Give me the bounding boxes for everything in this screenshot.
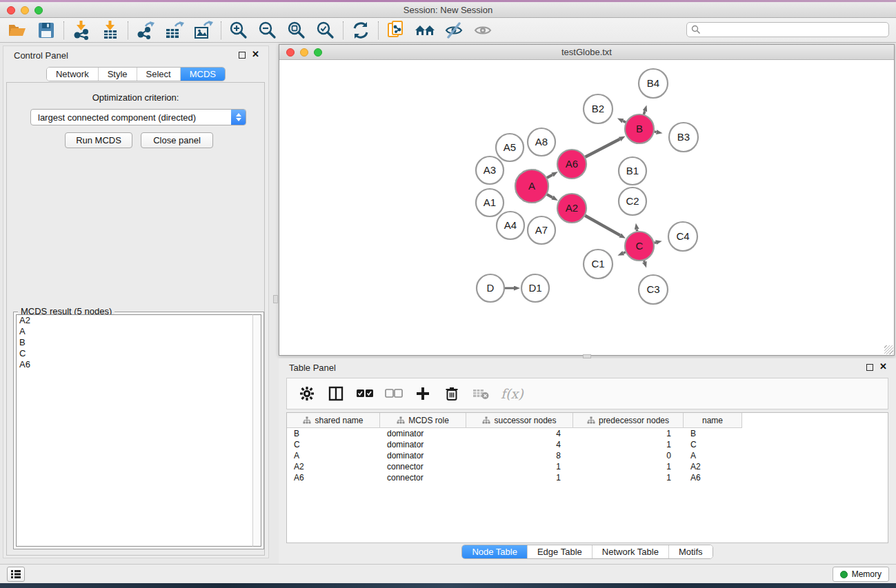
select-all-rows-icon[interactable] — [356, 385, 374, 403]
main-toolbar — [0, 18, 896, 43]
table-row[interactable]: Bdominator41B — [287, 428, 888, 439]
application-window: Session: New Session — [0, 0, 896, 588]
edge-B-B2[interactable] — [623, 121, 626, 122]
result-item[interactable]: A — [17, 326, 261, 337]
open-session-icon[interactable] — [6, 20, 29, 41]
task-history-button[interactable] — [7, 567, 25, 582]
network-window-titlebar[interactable]: testGlobe.txt — [279, 45, 894, 60]
edge-C-C1[interactable] — [624, 252, 626, 253]
result-item[interactable]: A6 — [17, 359, 261, 370]
criterion-select[interactable]: largest connected component (directed) — [30, 109, 246, 125]
close-table-panel-icon[interactable]: ✕ — [879, 363, 887, 370]
tab-mcds[interactable]: MCDS — [181, 68, 225, 81]
edge-C-C3[interactable] — [644, 261, 645, 262]
cell-predecessor-nodes: 1 — [573, 461, 684, 472]
table-row[interactable]: A6connector11A6 — [287, 472, 888, 483]
node-label-A1: A1 — [484, 196, 496, 208]
result-item[interactable]: B — [17, 337, 261, 348]
table-row[interactable]: Adominator80A — [287, 450, 888, 461]
zoom-out-icon[interactable] — [256, 20, 279, 41]
network-graph[interactable]: B4B2BB3A5A8A6A3AB1A1A2C2A4A7C4CC1DD1C3 — [279, 61, 894, 355]
search-input[interactable] — [701, 25, 888, 34]
edge-C-C4[interactable] — [654, 243, 655, 243]
tab-select[interactable]: Select — [137, 68, 181, 81]
save-session-icon[interactable] — [34, 20, 58, 41]
import-table-icon[interactable] — [99, 20, 122, 41]
control-panel-tabs: NetworkStyleSelectMCDS — [46, 67, 226, 81]
result-scrollbar[interactable] — [252, 314, 261, 547]
node-label-A6: A6 — [566, 158, 578, 170]
column-header-shared-name[interactable]: shared name — [287, 413, 380, 428]
tab-style[interactable]: Style — [99, 68, 137, 81]
table-row[interactable]: Cdominator41C — [287, 439, 888, 450]
cell-shared-name: C — [287, 439, 380, 450]
zoom-fit-icon[interactable] — [285, 20, 308, 41]
export-network-icon[interactable] — [134, 20, 157, 41]
delete-columns-icon[interactable] — [443, 385, 461, 403]
edge-B-B4[interactable] — [644, 111, 644, 114]
search-field[interactable] — [686, 22, 889, 37]
edge-A-A2[interactable] — [547, 194, 552, 197]
home-neighbors-icon[interactable] — [413, 20, 437, 41]
node-label-C: C — [636, 240, 644, 252]
node-label-B3: B3 — [677, 131, 690, 143]
delete-table-icon[interactable] — [472, 385, 490, 403]
result-item[interactable]: C — [17, 348, 261, 359]
node-table[interactable]: shared nameMCDS rolesuccessor nodesprede… — [286, 412, 888, 543]
export-table-icon[interactable] — [163, 20, 186, 41]
cell-predecessor-nodes: 1 — [573, 439, 684, 450]
run-mcds-button[interactable]: Run MCDS — [65, 132, 132, 148]
cell-name: A — [684, 450, 742, 461]
column-header-predecessor-nodes[interactable]: predecessor nodes — [573, 413, 684, 428]
zoom-selected-icon[interactable] — [314, 20, 337, 41]
new-network-from-selection-icon[interactable] — [384, 20, 408, 41]
edge-A-A6[interactable] — [547, 174, 552, 177]
column-header-name[interactable]: name — [684, 413, 742, 428]
zoom-in-icon[interactable] — [227, 20, 250, 41]
tab-motifs[interactable]: Motifs — [669, 545, 713, 558]
fx-label: f(x) — [501, 386, 524, 401]
close-panel-icon[interactable]: ✕ — [252, 51, 259, 58]
edge-B-B3[interactable] — [655, 132, 657, 132]
column-header-successor-nodes[interactable]: successor nodes — [466, 413, 573, 428]
add-column-icon[interactable] — [414, 385, 432, 403]
tab-network-table[interactable]: Network Table — [593, 545, 669, 558]
float-table-panel-icon[interactable] — [866, 364, 873, 371]
toolbar-separator — [378, 21, 379, 39]
import-network-icon[interactable] — [70, 20, 93, 41]
node-label-B4: B4 — [647, 77, 659, 89]
edge-A2-C[interactable] — [585, 216, 620, 236]
function-builder-icon[interactable]: f(x) — [501, 385, 524, 403]
table-row[interactable]: A2connector11A2 — [287, 461, 888, 472]
tab-node-table[interactable]: Node Table — [462, 545, 528, 558]
show-columns-icon[interactable] — [327, 385, 345, 403]
network-canvas[interactable]: B4B2BB3A5A8A6A3AB1A1A2C2A4A7C4CC1DD1C3 — [279, 61, 894, 355]
table-panel: Table Panel ✕ — [279, 358, 896, 564]
column-header-MCDS-role[interactable]: MCDS role — [380, 413, 466, 428]
deselect-all-rows-icon[interactable] — [385, 385, 403, 403]
table-settings-icon[interactable] — [298, 385, 316, 403]
cell-successor-nodes: 4 — [466, 439, 573, 450]
show-all-icon[interactable] — [471, 20, 495, 41]
result-item[interactable]: A2 — [17, 315, 261, 326]
desktop-background — [0, 583, 896, 588]
close-panel-button[interactable]: Close panel — [141, 132, 213, 148]
node-label-A2: A2 — [566, 202, 578, 214]
main-titlebar[interactable]: Session: New Session — [0, 2, 896, 18]
hide-selected-icon[interactable] — [442, 20, 466, 41]
memory-label: Memory — [852, 569, 882, 579]
tab-network[interactable]: Network — [47, 68, 99, 81]
cell-successor-nodes: 1 — [466, 472, 573, 483]
resize-grip-icon[interactable] — [884, 345, 893, 354]
vertical-divider-handle[interactable] — [273, 295, 278, 303]
edge-A6-B[interactable] — [586, 139, 620, 157]
status-bar: Memory — [0, 564, 896, 583]
tab-edge-table[interactable]: Edge Table — [528, 545, 593, 558]
memory-button[interactable]: Memory — [833, 567, 889, 582]
criterion-select-value: largest connected component (directed) — [31, 110, 231, 125]
export-image-icon[interactable] — [192, 20, 215, 41]
float-panel-icon[interactable] — [239, 52, 246, 59]
apply-layout-icon[interactable] — [349, 20, 372, 41]
mcds-result-list[interactable]: A2ABCA6 — [16, 314, 261, 547]
cell-predecessor-nodes: 0 — [573, 450, 684, 461]
